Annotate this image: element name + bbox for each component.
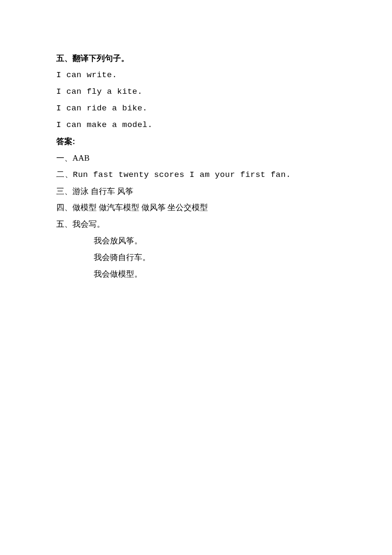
document-page: 五、翻译下列句子。 I can write. I can fly a kite.… xyxy=(0,0,392,283)
answer-line-5-cont: 我会骑自行车。 xyxy=(56,249,336,266)
sentence-line: I can make a model. xyxy=(56,117,336,133)
answer-line-2: 二、Run fast twenty scores I am your first… xyxy=(56,167,336,183)
answer-line-4: 四、做模型 做汽车模型 做风筝 坐公交模型 xyxy=(56,199,336,216)
sentence-line: I can ride a bike. xyxy=(56,100,336,117)
sentence-line: I can write. xyxy=(56,67,336,84)
answers-heading: 答案: xyxy=(56,133,336,150)
sentence-line: I can fly a kite. xyxy=(56,84,336,100)
answer-line-5-cont: 我会放风筝。 xyxy=(56,233,336,249)
answer-line-5: 五、我会写。 xyxy=(56,216,336,233)
answer-line-5-cont: 我会做模型。 xyxy=(56,266,336,283)
answer-line-1: 一、AAB xyxy=(56,150,336,167)
section-5-heading: 五、翻译下列句子。 xyxy=(56,50,336,67)
answer-line-3: 三、游泳 自行车 风筝 xyxy=(56,183,336,200)
